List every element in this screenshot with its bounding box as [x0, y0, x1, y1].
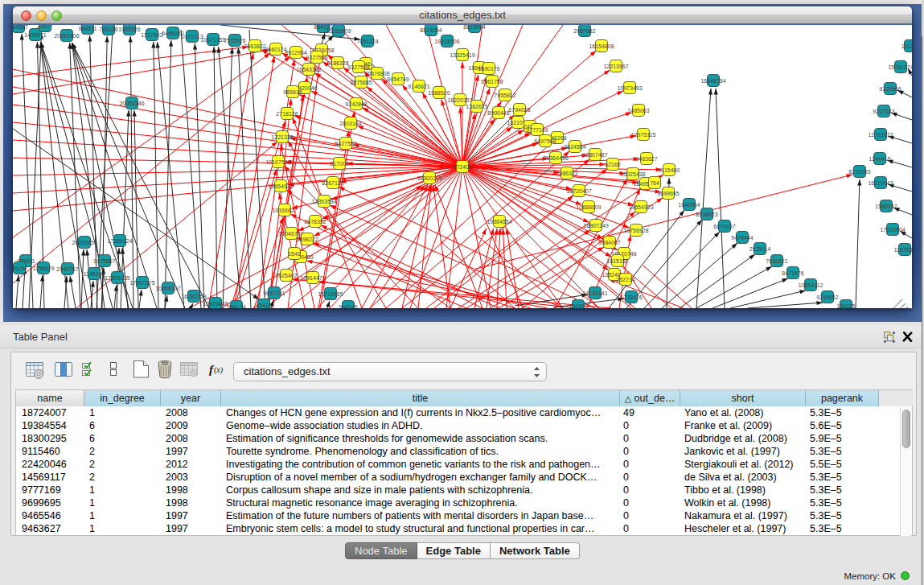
- svg-text:8267130: 8267130: [322, 180, 343, 186]
- svg-text:9463627: 9463627: [635, 156, 657, 162]
- svg-text:9327508: 9327508: [347, 64, 369, 70]
- svg-text:9699695: 9699695: [657, 191, 679, 196]
- svg-text:17359924: 17359924: [107, 238, 132, 244]
- svg-text:15751074: 15751074: [888, 64, 912, 70]
- svg-text:954124: 954124: [227, 304, 245, 309]
- svg-text:12505135: 12505135: [105, 275, 129, 281]
- svg-text:19218506: 19218506: [434, 39, 459, 44]
- svg-text:1615152: 1615152: [606, 258, 628, 264]
- svg-text:7632621: 7632621: [766, 258, 787, 264]
- svg-text:8427552: 8427552: [335, 141, 356, 146]
- svg-text:3875685: 3875685: [350, 80, 372, 85]
- svg-text:17016504: 17016504: [880, 227, 905, 233]
- svg-text:6879197: 6879197: [713, 224, 735, 229]
- svg-text:16782759: 16782759: [181, 294, 206, 299]
- svg-text:104457: 104457: [569, 303, 587, 309]
- svg-text:1640954: 1640954: [678, 202, 700, 208]
- svg-text:111245: 111245: [901, 43, 912, 49]
- svg-text:12093872: 12093872: [868, 132, 893, 138]
- svg-text:12213967: 12213967: [603, 64, 628, 69]
- svg-text:9474444: 9474444: [731, 235, 753, 241]
- svg-text:18300295: 18300295: [417, 175, 441, 181]
- svg-text:9115460: 9115460: [659, 167, 680, 173]
- svg-text:9146821: 9146821: [408, 84, 429, 89]
- svg-text:7986322: 7986322: [556, 171, 577, 176]
- svg-text:8471676: 8471676: [782, 270, 803, 276]
- svg-text:10671355: 10671355: [200, 37, 225, 43]
- svg-text:7515526: 7515526: [224, 38, 245, 43]
- svg-text:8990448: 8990448: [487, 110, 509, 116]
- svg-text:9245652: 9245652: [816, 295, 838, 300]
- svg-text:8215955: 8215955: [848, 169, 870, 175]
- svg-text:19384554: 19384554: [487, 219, 511, 225]
- svg-text:12923448: 12923448: [203, 301, 228, 307]
- svg-text:19654923: 19654923: [628, 204, 653, 210]
- svg-text:8678352: 8678352: [304, 219, 326, 225]
- svg-text:10046758: 10046758: [278, 231, 303, 237]
- svg-text:764: 764: [650, 180, 659, 186]
- svg-text:39154: 39154: [13, 266, 27, 271]
- svg-text:9329966: 9329966: [879, 86, 901, 92]
- svg-text:1733426: 1733426: [620, 295, 642, 300]
- svg-text:6497568: 6497568: [534, 138, 556, 144]
- svg-text:2935114: 2935114: [749, 246, 771, 252]
- svg-text:20691406: 20691406: [54, 33, 79, 39]
- svg-text:1156829: 1156829: [33, 266, 55, 271]
- svg-text:745126: 745126: [99, 27, 117, 32]
- svg-text:1244415: 1244415: [869, 156, 890, 162]
- svg-text:13325419: 13325419: [450, 52, 474, 58]
- svg-text:15716485: 15716485: [318, 291, 343, 297]
- svg-text:1546: 1546: [288, 251, 301, 257]
- svg-text:7485063: 7485063: [627, 108, 649, 113]
- svg-text:20364436: 20364436: [543, 155, 568, 161]
- svg-text:6961758: 6961758: [481, 79, 503, 84]
- svg-text:7857224: 7857224: [356, 39, 378, 44]
- svg-text:3624554: 3624554: [564, 144, 585, 150]
- svg-text:2087682: 2087682: [573, 28, 595, 34]
- svg-text:164587: 164587: [13, 25, 28, 30]
- svg-text:7625402: 7625402: [275, 273, 297, 278]
- svg-text:252214: 252214: [616, 277, 634, 282]
- svg-text:17957275: 17957275: [129, 280, 154, 286]
- svg-text:16033809: 16033809: [326, 28, 351, 34]
- svg-text:917006: 917006: [330, 161, 348, 167]
- svg-text:964145: 964145: [339, 304, 357, 309]
- svg-text:1221338: 1221338: [271, 134, 293, 140]
- svg-text:10107553: 10107553: [265, 159, 290, 165]
- svg-text:1588520: 1588520: [428, 90, 450, 96]
- svg-text:20206556: 20206556: [72, 240, 97, 245]
- svg-text:62160: 62160: [605, 162, 621, 167]
- svg-text:8813044: 8813044: [463, 25, 485, 30]
- svg-text:984511: 984511: [79, 26, 97, 31]
- svg-text:1065526: 1065526: [118, 27, 140, 32]
- svg-text:104115: 104115: [837, 303, 856, 309]
- svg-text:1405571: 1405571: [24, 32, 46, 38]
- svg-text:7955812: 7955812: [494, 93, 515, 98]
- svg-text:10958107: 10958107: [155, 286, 180, 291]
- svg-text:18220357: 18220357: [447, 97, 472, 103]
- svg-text:14136141: 14136141: [582, 290, 607, 296]
- svg-text:9975867: 9975867: [93, 258, 115, 264]
- svg-text:8454749: 8454749: [387, 76, 409, 82]
- svg-text:95412: 95412: [256, 303, 272, 308]
- svg-text:8813054: 8813054: [420, 27, 441, 33]
- svg-text:8186328: 8186328: [326, 60, 348, 66]
- svg-text:1362615: 1362615: [466, 104, 487, 109]
- svg-text:8912954: 8912954: [285, 50, 306, 56]
- svg-text:2942757: 2942757: [56, 266, 78, 272]
- svg-text:16210643: 16210643: [868, 180, 893, 186]
- svg-text:1527602: 1527602: [141, 32, 162, 38]
- svg-text:2718126: 2718126: [276, 111, 298, 117]
- svg-text:1145194: 1145194: [84, 271, 105, 277]
- svg-text:12975115: 12975115: [631, 132, 656, 138]
- svg-text:16648784: 16648784: [700, 78, 725, 84]
- svg-text:9327506: 9327506: [306, 55, 327, 60]
- svg-text:1167534: 1167534: [894, 247, 912, 253]
- svg-text:18807249: 18807249: [583, 223, 608, 229]
- svg-text:1589297: 1589297: [875, 204, 897, 209]
- svg-text:18724007: 18724007: [450, 164, 474, 170]
- svg-text:15720407: 15720407: [566, 188, 591, 194]
- svg-text:10807487: 10807487: [582, 152, 607, 158]
- svg-text:10688609: 10688609: [576, 204, 601, 210]
- svg-text:9084067: 9084067: [598, 240, 620, 245]
